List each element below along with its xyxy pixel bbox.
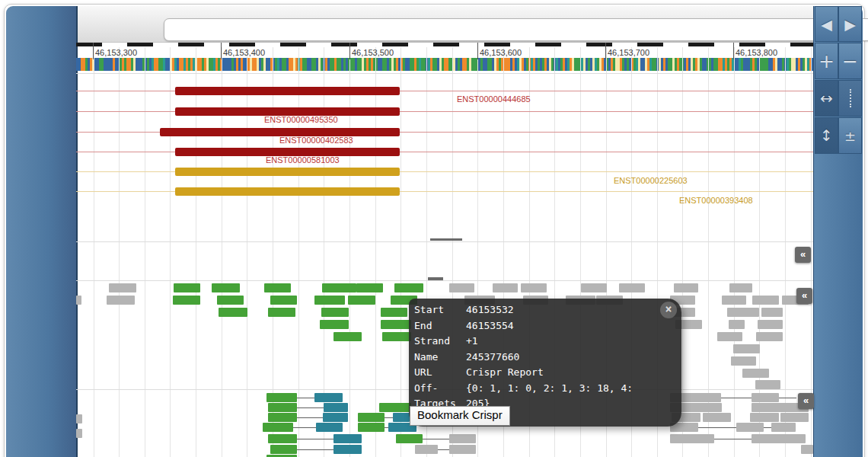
crispr-bar[interactable] <box>264 283 291 292</box>
crispr-pair-bar[interactable] <box>379 403 411 412</box>
crispr-bar[interactable] <box>729 320 745 329</box>
crispr-pair-bar[interactable] <box>780 413 809 422</box>
crispr-bar[interactable] <box>356 283 383 292</box>
horizontal-arrows-icon: ↔ <box>820 89 833 107</box>
crispr-report-link[interactable]: Crispr Report <box>466 365 544 381</box>
crispr-pair-bar[interactable] <box>736 423 764 432</box>
crispr-pair-bar[interactable] <box>771 423 796 432</box>
crispr-bar[interactable] <box>174 283 200 292</box>
crispr-bar[interactable] <box>268 308 295 317</box>
pan-right-button[interactable]: ▶ <box>838 6 862 42</box>
crispr-bar[interactable] <box>733 344 760 353</box>
crispr-bar[interactable] <box>76 296 81 305</box>
crispr-bar[interactable] <box>333 332 362 341</box>
horizontal-drag-button[interactable]: ↔ <box>815 80 838 117</box>
plus-icon: + <box>819 50 834 72</box>
crispr-bar[interactable] <box>270 296 297 305</box>
crispr-bar[interactable] <box>755 380 780 389</box>
pair-link <box>764 427 771 428</box>
crispr-pair-bar[interactable] <box>703 413 731 422</box>
crispr-pair-bar[interactable] <box>449 434 476 443</box>
crispr-bar[interactable] <box>674 283 698 292</box>
crispr-pair-bar[interactable] <box>396 434 423 443</box>
crispr-pair-bar[interactable] <box>270 445 297 454</box>
crispr-pair-bar[interactable] <box>752 393 779 402</box>
crispr-bar[interactable] <box>321 308 349 317</box>
collapse-track-button[interactable]: « <box>796 288 812 304</box>
close-icon[interactable]: × <box>660 302 677 318</box>
crispr-pair-bar[interactable] <box>263 423 293 432</box>
crispr-pair-bar[interactable] <box>801 445 813 454</box>
crispr-bar[interactable] <box>219 308 247 317</box>
crispr-pair-bar[interactable] <box>323 413 348 422</box>
gene-bar[interactable] <box>175 168 400 176</box>
crispr-pair-bar[interactable] <box>268 403 297 412</box>
crispr-bar[interactable] <box>217 296 244 305</box>
crispr-pair-bar[interactable] <box>449 445 476 454</box>
crispr-pair-bar[interactable] <box>358 423 385 432</box>
crispr-bar[interactable] <box>449 283 474 292</box>
crispr-pair-bar[interactable] <box>268 434 297 443</box>
design-item[interactable] <box>428 277 443 280</box>
crispr-pair-bar[interactable] <box>266 393 297 402</box>
crispr-bar[interactable] <box>722 296 746 305</box>
crispr-bar[interactable] <box>212 283 240 292</box>
zoom-out-button[interactable]: − <box>838 43 862 79</box>
crispr-pair-bar[interactable] <box>76 414 82 423</box>
crispr-bar[interactable] <box>731 356 756 366</box>
genome-browser: ◀ ▶ + − ↔ ↕ ± 46,153,30046,153,40046,153… <box>0 0 868 457</box>
crispr-pair-bar[interactable] <box>333 445 362 454</box>
crispr-bar[interactable] <box>381 320 411 329</box>
gene-bar[interactable] <box>175 87 400 95</box>
crispr-pair-bar[interactable] <box>415 445 438 454</box>
grid-line <box>734 47 735 457</box>
crispr-bar[interactable] <box>758 320 783 329</box>
crispr-bar[interactable] <box>348 296 375 305</box>
crispr-bar[interactable] <box>581 283 607 292</box>
crispr-bar[interactable] <box>619 283 645 292</box>
track-reorder-button[interactable] <box>838 80 862 117</box>
design-item[interactable] <box>430 238 462 241</box>
crispr-pair-bar[interactable] <box>76 429 82 438</box>
crispr-bar[interactable] <box>109 283 136 292</box>
crispr-bar[interactable] <box>727 308 759 317</box>
collapse-track-button[interactable]: « <box>798 393 814 409</box>
crispr-bar[interactable] <box>717 332 742 341</box>
crispr-pair-bar[interactable] <box>268 413 297 422</box>
crispr-pair-bar[interactable] <box>316 423 343 432</box>
crispr-pair-bar[interactable] <box>393 413 410 422</box>
track-height-button[interactable]: ± <box>838 117 862 154</box>
vertical-drag-button[interactable]: ↕ <box>815 117 838 154</box>
crispr-bar[interactable] <box>729 283 752 292</box>
tooltip-value: 245377660 <box>466 350 519 366</box>
zoom-in-button[interactable]: + <box>815 43 838 79</box>
transcript-label: ENST00000581003 <box>266 155 340 165</box>
crispr-bar[interactable] <box>320 320 349 329</box>
pan-left-button[interactable]: ◀ <box>815 6 838 42</box>
bookmark-crispr-button[interactable]: Bookmark Crispr <box>410 406 510 426</box>
crispr-bar[interactable] <box>752 296 779 305</box>
crispr-pair-bar[interactable] <box>333 434 362 443</box>
crispr-bar[interactable] <box>382 332 411 341</box>
crispr-pair-bar[interactable] <box>358 413 385 422</box>
crispr-pair-bar[interactable] <box>752 434 806 443</box>
crispr-pair-bar[interactable] <box>314 393 343 402</box>
crispr-pair-bar[interactable] <box>750 413 779 422</box>
crispr-bar[interactable] <box>322 283 356 292</box>
crispr-bar[interactable] <box>394 283 423 292</box>
gene-bar[interactable] <box>175 187 400 196</box>
crispr-bar[interactable] <box>742 369 769 378</box>
crispr-pair-bar[interactable] <box>324 403 348 412</box>
crispr-bar[interactable] <box>761 308 783 317</box>
crispr-bar[interactable] <box>493 283 518 292</box>
crispr-bar[interactable] <box>381 308 407 317</box>
crispr-bar[interactable] <box>756 332 783 341</box>
transcript-label: ENST00000495350 <box>264 115 338 124</box>
crispr-bar[interactable] <box>173 296 200 305</box>
collapse-track-button[interactable]: « <box>795 247 811 263</box>
crispr-bar[interactable] <box>314 296 345 305</box>
crispr-bar[interactable] <box>521 283 547 292</box>
crispr-pair-bar[interactable] <box>670 434 714 443</box>
crispr-bar[interactable] <box>107 296 135 305</box>
ideogram-bar[interactable] <box>164 18 868 41</box>
